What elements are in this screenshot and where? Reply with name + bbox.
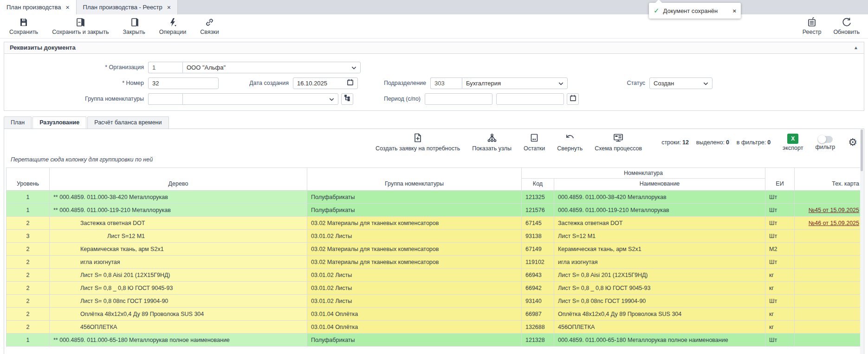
table-row[interactable]: 1** 000.4859. 011.000-65-180 Металлорука…	[6, 334, 863, 347]
stock-button[interactable]: Остатки	[524, 133, 545, 152]
scrollbar-thumb[interactable]	[861, 129, 863, 171]
table-row[interactable]: 2Лист S= 0,8 Aisi 201 (12Х15Г9НД)03.01.0…	[6, 269, 863, 282]
nomgroup-tree-button[interactable]	[341, 93, 353, 105]
cell-level: 2	[6, 217, 50, 230]
techcard-link[interactable]: №46 от 15.09.2025	[809, 220, 859, 226]
cell-name: 000.4859. 011.000-65-180 Металлорукав по…	[554, 334, 765, 347]
col-name[interactable]: Наименование	[554, 179, 765, 191]
cell-name: 000.4859. 011.000-38-420 Металлорукав	[554, 191, 765, 204]
cell-nomgroup: 03.01.04 Оплётка	[307, 321, 522, 334]
toast-close-icon[interactable]: ×	[732, 7, 736, 14]
cell-techcard: №45 от 15.09.2025	[795, 204, 863, 217]
period-from-field[interactable]	[425, 93, 492, 105]
cell-code: 132688	[522, 321, 554, 334]
chevron-down-icon	[558, 81, 564, 88]
cell-tree: ** 000.4859. 011.000-119-210 Металлорука…	[50, 204, 307, 217]
collapse-button[interactable]: Свернуть	[557, 133, 583, 152]
grid-counters: строки:12 выделено:0 в фильтре:0	[661, 139, 771, 146]
links-button[interactable]: Связки	[200, 17, 219, 35]
table-row[interactable]: 2Лист S= 0,8 _ 0,8 Ю ГОСТ 9045-9303.01.0…	[6, 282, 863, 295]
section-title: Реквизиты документа	[10, 44, 76, 51]
nomgroup-select[interactable]	[182, 93, 338, 105]
col-techcard[interactable]: Тех. карта	[795, 168, 863, 191]
created-date-field[interactable]: 16.10.2025	[293, 77, 358, 89]
cell-level: 2	[6, 308, 50, 321]
col-tree[interactable]: Дерево	[50, 168, 307, 191]
org-code-field[interactable]: 1	[148, 62, 182, 73]
col-nomenclature[interactable]: Номенклатура	[522, 168, 765, 179]
tab-time-balance[interactable]: Расчёт баланса времени	[87, 116, 168, 129]
table-row[interactable]: 2Лист S= 0,8 08пс ГОСТ 19904-9003.01.02 …	[6, 295, 863, 308]
cell-unit: М2	[765, 243, 795, 256]
cell-level: 3	[6, 230, 50, 243]
export-button[interactable]: X экспорт	[783, 134, 803, 151]
filtered-counter: в фильтре:0	[737, 139, 771, 146]
nomgroup-label: Группа номенклатуры	[4, 96, 148, 102]
col-level[interactable]: Уровень	[6, 168, 50, 191]
process-scheme-button[interactable]: Схема процессов	[595, 133, 642, 152]
close-button[interactable]: Закрыть	[123, 17, 145, 35]
nodes-icon	[487, 133, 497, 144]
process-scheme-icon	[613, 133, 624, 144]
create-demand-request-button[interactable]: Создать заявку на потребность	[376, 133, 460, 152]
rows-counter: строки:12	[661, 139, 689, 146]
collapse-caret-icon[interactable]: ▲	[854, 45, 858, 50]
table-row[interactable]: 1** 000.4859. 011.000-38-420 Металлорука…	[6, 191, 863, 204]
cell-name: 456ОПЛЕТКА	[554, 321, 765, 334]
table-row[interactable]: 2Оплётка 48х12х0,4 Ду 89 Проволока SUS 3…	[6, 308, 863, 321]
cell-code: 66987	[522, 308, 554, 321]
filter-toggle[interactable]: фильтр	[815, 134, 835, 150]
vertical-scrollbar[interactable]	[860, 129, 863, 354]
number-field[interactable]: 32	[148, 77, 219, 89]
show-nodes-button[interactable]: Показать узлы	[472, 133, 512, 152]
cell-nomgroup: Полуфабрикаты	[307, 334, 522, 347]
operations-button[interactable]: Операции	[159, 17, 186, 35]
cell-level: 2	[6, 243, 50, 256]
save-close-icon	[75, 17, 85, 27]
nomgroup-code-field[interactable]	[148, 93, 182, 105]
cell-tree: Керамическая ткань, арм S2x1	[50, 243, 307, 256]
refresh-button[interactable]: Обновить	[833, 17, 860, 35]
col-code[interactable]: Код	[522, 179, 554, 191]
cell-unit: кг	[765, 308, 795, 321]
collapse-undo-icon	[565, 133, 575, 144]
period-to-field[interactable]	[496, 93, 564, 105]
save-and-close-button[interactable]: Сохранить и закрыть	[52, 17, 109, 35]
table-row[interactable]: 2Керамическая ткань, арм S2x103.02 Матер…	[6, 243, 863, 256]
cell-name: Оплётка 48х12х0,4 Ду 89 Проволока SUS 30…	[554, 308, 765, 321]
save-button[interactable]: Сохранить	[9, 17, 38, 35]
refresh-icon	[842, 17, 852, 27]
table-row[interactable]: 2игла изогнутая03.02 Материалы для ткане…	[6, 256, 863, 269]
table-row[interactable]: 3Лист S=12 М103.01.02 Листы93138Лист S=1…	[6, 230, 863, 243]
cell-nomgroup: 03.02 Материалы для тканевых компенсатор…	[307, 243, 522, 256]
tab-razuzlovanie[interactable]: Разузлование	[32, 116, 86, 129]
techcard-link[interactable]: №45 от 15.09.2025	[809, 207, 859, 213]
window-tab-plan[interactable]: План производства ×	[0, 0, 77, 14]
org-select[interactable]: ООО "Альфа"	[182, 62, 361, 73]
table-row[interactable]: 2Застежка ответная DOT03.02 Материалы дл…	[6, 217, 863, 230]
calendar-icon[interactable]	[347, 79, 354, 87]
gear-icon[interactable]: ⚙	[848, 137, 857, 148]
cell-techcard	[795, 321, 863, 334]
toast-message: Документ сохранён	[663, 7, 729, 14]
window-tab-plan-registry[interactable]: План производства - Реестр ×	[77, 0, 178, 14]
cell-nomgroup: 03.02 Материалы для тканевых компенсатор…	[307, 256, 522, 269]
requisites-header[interactable]: Реквизиты документа ▲	[4, 42, 864, 54]
toggle-off-icon[interactable]	[818, 136, 833, 143]
table-row[interactable]: 2456ОПЛЕТКА03.01.04 Оплётка132688456ОПЛЕ…	[6, 321, 863, 334]
col-nomgroup[interactable]: Группа номенклатуры	[307, 168, 522, 191]
cell-techcard: №46 от 15.09.2025	[795, 217, 863, 230]
department-select[interactable]: Бухгалтерия	[462, 77, 568, 89]
tab-close-icon[interactable]: ×	[65, 4, 69, 11]
registry-button[interactable]: Реестр	[803, 17, 822, 35]
col-unit[interactable]: ЕИ	[765, 168, 795, 191]
table-row[interactable]: 1** 000.4859. 011.000-119-210 Металлорук…	[6, 204, 863, 217]
tab-close-icon[interactable]: ×	[167, 4, 171, 11]
cell-name: игла изогнутая	[554, 256, 765, 269]
tab-plan[interactable]: План	[4, 116, 32, 129]
link-icon	[204, 17, 214, 27]
period-calendar-button[interactable]	[567, 93, 579, 105]
department-code-field[interactable]: 303	[430, 77, 462, 89]
cell-code: 93138	[522, 230, 554, 243]
status-select[interactable]: Создан	[649, 77, 713, 89]
